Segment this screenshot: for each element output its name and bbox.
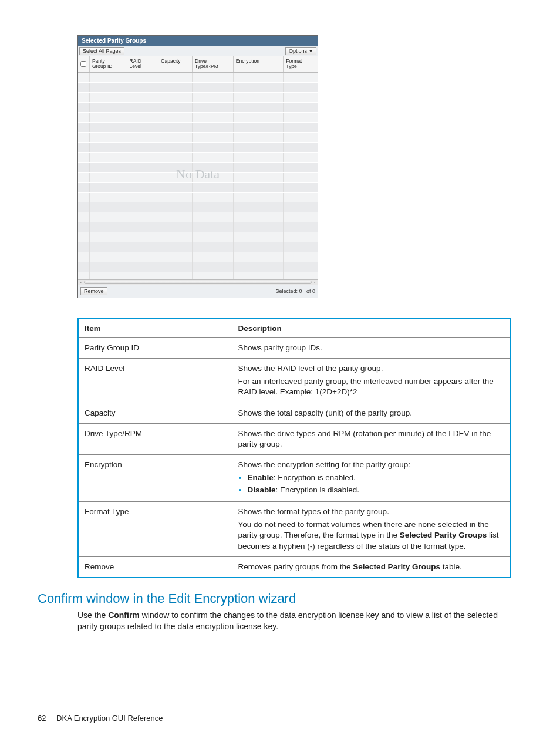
table-row: Parity Group ID Shows parity group IDs. — [78, 337, 510, 358]
table-row — [78, 272, 318, 279]
section-heading: Confirm window in the Edit Encryption wi… — [38, 591, 522, 606]
table-row — [78, 133, 318, 143]
table-row — [78, 242, 318, 252]
col-capacity[interactable]: Capacity — [158, 56, 193, 72]
table-row — [78, 143, 318, 153]
table-row: Format Type Shows the format types of th… — [78, 501, 510, 556]
table-row: Remove Removes parity groups from the Se… — [78, 556, 510, 578]
select-all-checkbox[interactable] — [80, 61, 86, 67]
table-row — [78, 93, 318, 103]
list-item: Enable: Encryption is enabled. — [248, 472, 504, 483]
panel-footer: Remove Selected: 0 of 0 — [78, 285, 318, 298]
chevron-down-icon: ▼ — [309, 49, 313, 53]
scroll-right-icon[interactable]: › — [313, 280, 315, 285]
table-row — [78, 163, 318, 173]
col-drive-type-rpm[interactable]: Drive Type/RPM — [193, 56, 234, 72]
grid-header-row: Parity Group ID RAID Level Capacity Driv… — [78, 56, 318, 73]
table-row — [78, 222, 318, 232]
horizontal-scrollbar[interactable]: ‹ › — [78, 279, 318, 285]
select-all-pages-label: Select All Pages — [83, 48, 121, 54]
table-row — [78, 232, 318, 242]
footer-title: DKA Encryption GUI Reference — [56, 714, 163, 723]
table-row — [78, 193, 318, 202]
th-description: Description — [232, 319, 510, 338]
grid-body: No Data — [78, 73, 318, 279]
table-row: Capacity Shows the total capacity (unit)… — [78, 403, 510, 423]
col-encryption[interactable]: Encryption — [234, 56, 284, 72]
table-row — [78, 262, 318, 272]
panel-title: Selected Parity Groups — [78, 36, 318, 46]
options-button[interactable]: Options ▼ — [285, 47, 316, 55]
table-row — [78, 83, 318, 93]
table-row — [78, 252, 318, 262]
col-format-type[interactable]: Format Type — [284, 56, 318, 72]
table-row: RAID Level Shows the RAID level of the p… — [78, 358, 510, 403]
remove-button[interactable]: Remove — [80, 287, 107, 295]
list-item: Disable: Encryption is disabled. — [248, 485, 504, 495]
selection-status: Selected: 0 of 0 — [275, 288, 315, 294]
description-table: Item Description Parity Group ID Shows p… — [77, 318, 511, 578]
section-paragraph: Use the Confirm window to confirm the ch… — [77, 610, 511, 632]
remove-label: Remove — [84, 288, 104, 294]
table-row — [78, 153, 318, 163]
table-row — [78, 202, 318, 212]
selected-parity-groups-panel: Selected Parity Groups Select All Pages … — [77, 35, 318, 298]
table-row: Drive Type/RPM Shows the drive types and… — [78, 423, 510, 454]
table-row — [78, 103, 318, 113]
page-footer: 62 DKA Encryption GUI Reference — [38, 714, 163, 723]
table-row — [78, 113, 318, 123]
table-row: Encryption Shows the encryption setting … — [78, 455, 510, 502]
panel-toolbar: Select All Pages Options ▼ — [78, 46, 318, 56]
options-label: Options — [289, 48, 307, 54]
table-row — [78, 183, 318, 193]
scroll-track[interactable] — [84, 281, 312, 284]
th-item: Item — [78, 319, 232, 338]
col-raid-level[interactable]: RAID Level — [127, 56, 159, 72]
table-row — [78, 73, 318, 83]
table-row — [78, 212, 318, 222]
table-row — [78, 123, 318, 133]
scroll-left-icon[interactable]: ‹ — [80, 280, 82, 285]
col-parity-group-id[interactable]: Parity Group ID — [90, 56, 127, 72]
table-row — [78, 173, 318, 183]
header-checkbox-cell — [78, 56, 90, 72]
select-all-pages-button[interactable]: Select All Pages — [79, 47, 124, 55]
page-number: 62 — [38, 714, 46, 723]
